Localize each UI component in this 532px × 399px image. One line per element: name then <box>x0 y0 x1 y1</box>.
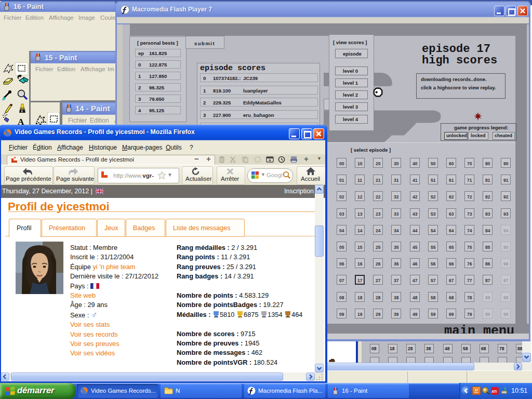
svg-text:ATI: ATI <box>491 390 497 393</box>
